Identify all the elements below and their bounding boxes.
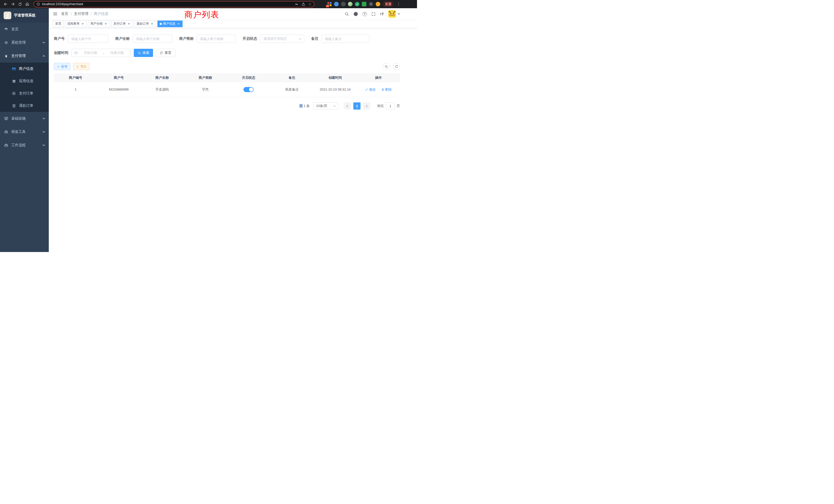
search-icon[interactable]: [345, 12, 349, 16]
url-bar[interactable]: localhost:1024/pay/merchant ☆: [34, 1, 314, 7]
merchant-no-input[interactable]: [68, 35, 108, 43]
sidebar-item-workflow[interactable]: 工作流程: [0, 139, 49, 152]
merchant-table: 商户编号 商户号 商户全称 商户简称 开启状态 备注 创建时间 操作 1: [54, 74, 400, 97]
password-key-icon[interactable]: [295, 2, 299, 6]
sidebar-item-infra[interactable]: 基础设施: [0, 112, 49, 125]
tab-user-group[interactable]: 用户分组 ×: [88, 21, 110, 27]
edit-link[interactable]: 修改: [365, 87, 376, 92]
home-icon[interactable]: [24, 1, 30, 7]
bookmark-star-icon[interactable]: ☆: [308, 2, 311, 6]
filter-short-name: 商户简称: [179, 35, 236, 43]
user-menu[interactable]: [388, 10, 400, 18]
document-icon: [12, 104, 16, 108]
sidebar-item-label: 基础设施: [11, 116, 26, 121]
sidebar: 芋道管理系统 首页 系统管理: [0, 8, 49, 252]
sidebar-item-label: 研发工具: [11, 130, 26, 134]
export-button[interactable]: 导出: [73, 63, 90, 70]
status-select[interactable]: 请选择开启状态: [260, 35, 304, 43]
help-icon[interactable]: ?: [363, 12, 367, 16]
tab-refund-order[interactable]: 退款订单 ×: [134, 21, 156, 27]
sidebar-item-home[interactable]: 首页: [0, 23, 49, 36]
tab-merchant-info[interactable]: 商户信息 ×: [157, 21, 182, 27]
dark-extension-icon[interactable]: [341, 2, 346, 6]
add-button[interactable]: 新增: [54, 63, 70, 70]
hamburger-icon[interactable]: [53, 12, 58, 16]
remark-input[interactable]: [322, 35, 369, 43]
breadcrumb-section[interactable]: 支付管理: [74, 12, 88, 16]
search-button[interactable]: 搜索: [134, 49, 153, 57]
tab-close-icon[interactable]: ×: [177, 22, 180, 26]
top-navbar: 首页 / 支付管理 / 商户信息 ?: [49, 8, 417, 20]
column-header: 商户号: [97, 74, 141, 82]
share-icon[interactable]: [302, 2, 305, 6]
toggle-search-button[interactable]: [382, 63, 390, 70]
chevron-down-icon: [42, 131, 45, 134]
reload-icon[interactable]: [17, 1, 23, 7]
filter-label: 商户简称: [179, 37, 194, 41]
drop-extension-icon[interactable]: [334, 2, 339, 6]
monitor-icon: [4, 116, 8, 121]
column-header: 创建时间: [313, 74, 357, 82]
chevron-down-icon: [42, 117, 45, 120]
reset-button[interactable]: 重置: [156, 49, 175, 57]
gear-icon: [4, 41, 8, 45]
tab-close-icon[interactable]: ×: [81, 22, 85, 26]
date-range-picker[interactable]: 开始日期 - 结束日期: [71, 49, 130, 57]
active-tab-dot: [160, 23, 162, 25]
breadcrumb: 首页 / 支付管理 / 商户信息: [61, 12, 108, 16]
emoji-extension-icon[interactable]: [376, 2, 380, 6]
breadcrumb-current: 商户信息: [94, 12, 108, 16]
goto-page-input[interactable]: [386, 102, 395, 110]
date-range-separator: -: [103, 51, 104, 55]
tool-extension-icon[interactable]: [369, 2, 373, 6]
tab-home[interactable]: 首页: [53, 21, 64, 27]
sidebar-item-merchant-info[interactable]: 商户信息: [0, 63, 49, 75]
cell-remark: 我是备注: [270, 82, 314, 97]
dashboard-icon: [4, 27, 8, 31]
back-icon[interactable]: [3, 1, 9, 7]
short-name-input[interactable]: [197, 35, 236, 43]
extensions-grid-icon[interactable]: 10: [327, 2, 332, 6]
chevron-down-icon: [333, 105, 336, 108]
tab-close-icon[interactable]: ×: [104, 22, 108, 26]
logo[interactable]: 芋道管理系统: [0, 8, 49, 23]
refresh-button[interactable]: [393, 63, 400, 70]
avatar-extension-icon[interactable]: [348, 2, 353, 6]
forward-icon[interactable]: [10, 1, 16, 7]
status-toggle[interactable]: [243, 87, 254, 92]
tab-process-form[interactable]: 流程表单 ×: [65, 21, 87, 27]
extension-badge: 10: [326, 5, 329, 7]
tab-close-icon[interactable]: ×: [127, 22, 131, 26]
filter-row-1: 商户号 商户全称 商户简称 开启状态 请选择开启状态: [54, 35, 400, 43]
browser-menu-icon[interactable]: ⋮: [396, 2, 401, 6]
chevron-down-icon: [299, 38, 302, 40]
prev-page-button[interactable]: [344, 102, 351, 110]
fullscreen-icon[interactable]: [371, 12, 376, 16]
sidebar-item-refund-order[interactable]: 退款订单: [0, 99, 49, 112]
tab-close-icon[interactable]: ×: [150, 22, 154, 26]
tab-pay-order[interactable]: 支付订单 ×: [111, 21, 133, 27]
sidebar-item-app-info[interactable]: 应用信息: [0, 75, 49, 87]
green-square-extension-icon[interactable]: [362, 2, 367, 6]
sidebar-item-pay[interactable]: ¥ 支付管理: [0, 49, 49, 63]
breadcrumb-home[interactable]: 首页: [61, 12, 68, 16]
sidebar-item-system[interactable]: 系统管理: [0, 36, 49, 49]
page-button-1[interactable]: 1: [353, 102, 360, 110]
filter-label: 备注: [311, 37, 319, 41]
site-info-icon[interactable]: [37, 2, 40, 6]
sidebar-item-label: 商户信息: [19, 66, 34, 71]
update-button[interactable]: 更新: [382, 1, 394, 7]
next-page-button[interactable]: [363, 102, 370, 110]
github-icon[interactable]: [353, 12, 358, 17]
goto-unit: 页: [397, 104, 400, 108]
font-size-icon[interactable]: TT: [380, 12, 384, 16]
delete-link[interactable]: 删除: [381, 87, 392, 92]
sidebar-item-dev-tools[interactable]: 研发工具: [0, 125, 49, 139]
app: 芋道管理系统 首页 系统管理: [0, 8, 417, 252]
check-extension-icon[interactable]: [355, 2, 359, 6]
full-name-input[interactable]: [133, 35, 172, 43]
page-size-select[interactable]: 10条/页: [313, 102, 338, 110]
cell-merchant-id: 1: [54, 82, 97, 97]
cell-create-time: 2021-10-23 08:31:14: [313, 82, 357, 97]
sidebar-item-pay-order[interactable]: 支付订单: [0, 87, 49, 99]
